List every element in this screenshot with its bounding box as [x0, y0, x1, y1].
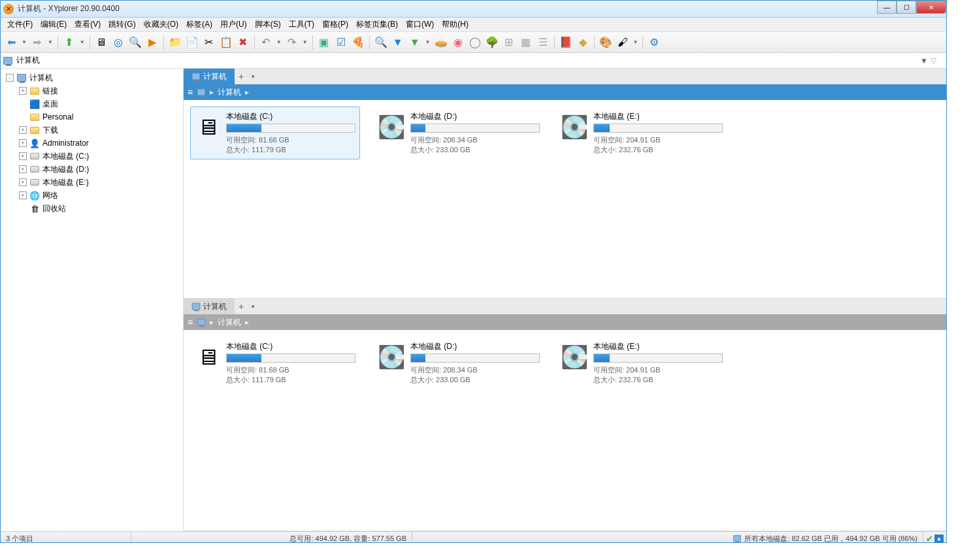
cut-icon[interactable]: ✂ [201, 35, 217, 50]
zoom-icon[interactable]: 🔍 [373, 35, 389, 50]
menu-11[interactable]: 窗口(W) [402, 18, 438, 31]
minimize-button[interactable]: — [877, 1, 897, 14]
tree-expand-icon[interactable]: + [19, 165, 27, 173]
pane1-tab-add[interactable]: + [235, 71, 248, 82]
back-drop[interactable]: ▼ [20, 39, 28, 45]
tree-expand-icon[interactable]: + [19, 139, 27, 147]
drive-item[interactable]: 💽本地磁盘 (D:)可用空间: 208.34 GB总大小: 233.00 GB [373, 107, 543, 159]
menu-8[interactable]: 工具(T) [285, 18, 318, 31]
grid1-icon[interactable]: ⊞ [501, 35, 517, 50]
diamond-icon[interactable]: ◆ [575, 35, 591, 50]
tree-item-9[interactable]: +🌐网络 [1, 189, 183, 202]
up-drop[interactable]: ▼ [78, 39, 86, 45]
close-button[interactable]: ✕ [916, 1, 946, 14]
menu-12[interactable]: 帮助(H) [438, 18, 472, 31]
target-icon[interactable]: ◎ [110, 35, 126, 50]
status-ok-icon[interactable]: ✔ [926, 534, 933, 544]
address-text[interactable]: 计算机 [16, 55, 920, 66]
drive-item[interactable]: 🖥本地磁盘 (C:)可用空间: 81.68 GB总大小: 111.79 GB [190, 337, 360, 389]
redo-drop[interactable]: ▼ [301, 39, 309, 45]
undo-icon[interactable]: ↶ [258, 35, 274, 50]
brush-drop[interactable]: ▼ [632, 39, 640, 45]
tree-expand-icon[interactable]: + [19, 191, 27, 199]
address-dropdown[interactable]: ▼ [920, 56, 931, 65]
menu-10[interactable]: 标签页集(B) [352, 18, 402, 31]
tree-expand-icon[interactable]: + [19, 152, 27, 160]
tree-item-0[interactable]: -计算机 [1, 71, 183, 84]
tree-item-2[interactable]: 🟦桌面 [1, 97, 183, 110]
pane2-tab-add[interactable]: + [235, 301, 248, 312]
menu-5[interactable]: 标签(A) [182, 18, 216, 31]
pane1-tab-drop[interactable]: ▼ [248, 74, 258, 80]
pane2-body[interactable]: 🖥本地磁盘 (C:)可用空间: 81.68 GB总大小: 111.79 GB💽本… [184, 330, 946, 531]
drive-item[interactable]: 💽本地磁盘 (E:)可用空间: 204.91 GB总大小: 232.76 GB [556, 337, 726, 389]
pane2-breadcrumb[interactable]: ≡ ▸ 计算机 ▸ [184, 314, 946, 330]
tree-expand-icon[interactable]: + [19, 87, 27, 95]
menu-0[interactable]: 文件(F) [3, 18, 37, 31]
new-folder-icon[interactable]: 📁 [167, 35, 183, 50]
copy-icon[interactable]: 📄 [184, 35, 200, 50]
menu-3[interactable]: 跳转(G) [105, 18, 139, 31]
pane1-breadcrumb[interactable]: ≡ ▸ 计算机 ▸ [184, 84, 946, 100]
pane1-tab[interactable]: 计算机 [184, 69, 235, 84]
forward-button[interactable]: ➡ [29, 35, 45, 50]
drive-item[interactable]: 🖥本地磁盘 (C:)可用空间: 81.68 GB总大小: 111.79 GB [190, 107, 360, 159]
pane2-crumb-text[interactable]: 计算机 [218, 317, 241, 328]
play-icon[interactable]: ▶ [144, 35, 160, 50]
menu-6[interactable]: 用户(U) [216, 18, 251, 31]
delete-icon[interactable]: ✖ [235, 35, 251, 50]
filter-icon[interactable]: ▼ [390, 35, 406, 50]
pane1-body[interactable]: 🖥本地磁盘 (C:)可用空间: 81.68 GB总大小: 111.79 GB💽本… [184, 100, 946, 298]
status-toggle-icon[interactable]: ▲ [934, 535, 944, 542]
menu-2[interactable]: 查看(V) [71, 18, 105, 31]
tree-expand-icon[interactable]: + [19, 126, 27, 134]
tree-item-10[interactable]: 🗑回收站 [1, 202, 183, 215]
back-button[interactable]: ⬅ [3, 35, 19, 50]
address-filter-icon[interactable]: ▽ [931, 56, 944, 65]
book-icon[interactable]: 📕 [558, 35, 574, 50]
filter2-drop[interactable]: ▼ [424, 39, 432, 45]
pane2-tab-drop[interactable]: ▼ [248, 304, 258, 310]
up-button[interactable]: ⬆ [61, 35, 77, 50]
check-icon[interactable]: ☑ [333, 35, 349, 50]
filter2-icon[interactable]: ▼ [407, 35, 423, 50]
menu-4[interactable]: 收藏夹(O) [140, 18, 182, 31]
circle-icon[interactable]: ◯ [467, 35, 483, 50]
drive-item[interactable]: 💽本地磁盘 (E:)可用空间: 204.91 GB总大小: 232.76 GB [556, 107, 726, 159]
tree-icon[interactable]: 🌳 [484, 35, 500, 50]
undo-drop[interactable]: ▼ [275, 39, 283, 45]
spiral-icon[interactable]: ◉ [450, 35, 466, 50]
pie-icon[interactable]: 🥧 [433, 35, 449, 50]
palette-icon[interactable]: 🎨 [598, 35, 614, 50]
menu-1[interactable]: 编辑(E) [37, 18, 71, 31]
tree-expand-icon[interactable]: + [19, 178, 27, 186]
tree-item-7[interactable]: +本地磁盘 (D:) [1, 163, 183, 176]
list-icon[interactable]: ☰ [535, 35, 551, 50]
brush-icon[interactable]: 🖌 [615, 35, 631, 50]
paste-icon[interactable]: 📋 [218, 35, 234, 50]
monitor-icon[interactable]: 🖥 [93, 35, 109, 50]
tree-item-1[interactable]: +链接 [1, 84, 183, 97]
pane1-menu-icon[interactable]: ≡ [188, 87, 193, 97]
folder-tree[interactable]: -计算机+链接🟦桌面Personal+下载+👤Administrator+本地磁… [1, 69, 184, 531]
pizza-icon[interactable]: 🍕 [350, 35, 366, 50]
menu-7[interactable]: 脚本(S) [251, 18, 285, 31]
menu-9[interactable]: 窗格(P) [318, 18, 352, 31]
forward-drop[interactable]: ▼ [46, 39, 54, 45]
settings-icon[interactable]: ⚙ [646, 35, 662, 50]
tree-expand-icon[interactable]: - [6, 74, 14, 82]
find-icon[interactable]: 🔍 [127, 35, 143, 50]
drive-item[interactable]: 💽本地磁盘 (D:)可用空间: 208.34 GB总大小: 233.00 GB [373, 337, 543, 389]
pane2-menu-icon[interactable]: ≡ [188, 317, 193, 327]
tree-item-4[interactable]: +下载 [1, 124, 183, 137]
tree-item-6[interactable]: +本地磁盘 (C:) [1, 150, 183, 163]
tree-item-5[interactable]: +👤Administrator [1, 137, 183, 150]
pane1-crumb-text[interactable]: 计算机 [218, 87, 241, 98]
tree-item-3[interactable]: Personal [1, 110, 183, 124]
addressbar[interactable]: 计算机 ▼ ▽ [1, 53, 946, 69]
grid2-icon[interactable]: ▦ [518, 35, 534, 50]
select-icon[interactable]: ▣ [316, 35, 332, 50]
pane2-tab[interactable]: 计算机 [184, 299, 235, 314]
tree-item-8[interactable]: +本地磁盘 (E:) [1, 176, 183, 189]
maximize-button[interactable]: ☐ [897, 1, 916, 14]
